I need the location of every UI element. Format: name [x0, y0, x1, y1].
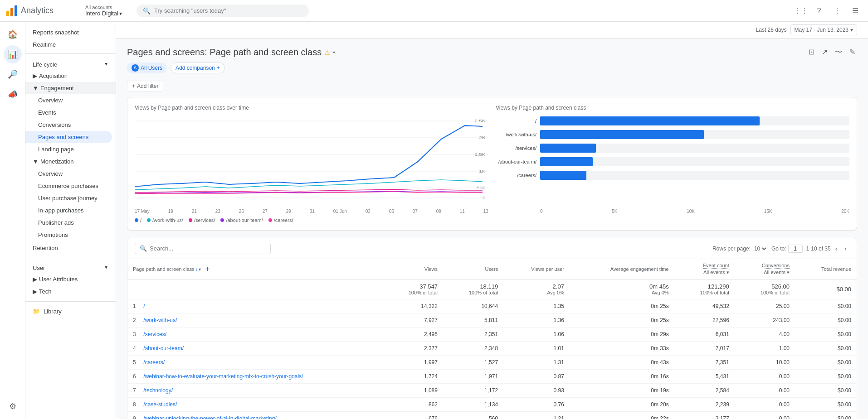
insights-icon[interactable]: 〜 [833, 46, 844, 59]
more-icon[interactable]: ⋮ [830, 4, 844, 18]
cell-path[interactable]: 6 /webinar-how-to-evaluate-your-marketin… [127, 370, 383, 384]
nav-home-icon[interactable]: 🏠 [4, 25, 22, 43]
add-filter-button[interactable]: + Add filter [127, 81, 163, 92]
cell-conversions: 0.00 [735, 370, 795, 384]
col-users-header[interactable]: Users [443, 259, 503, 279]
nav-explore-icon[interactable]: 🔎 [4, 65, 22, 83]
cell-path[interactable]: 8 /case-studies/ [127, 398, 383, 412]
date-range-picker[interactable]: May 17 - Jun 13, 2023 ▾ [790, 24, 857, 35]
col-page-path-header[interactable]: Page path and screen class ↓ ▾ + [127, 259, 383, 279]
all-users-segment[interactable]: A All Users [127, 63, 167, 73]
table-row: 6 /webinar-how-to-evaluate-your-marketin… [127, 370, 857, 384]
table-search-input[interactable] [150, 245, 266, 252]
search-box[interactable]: 🔍 [137, 5, 309, 17]
sidebar-user-section[interactable]: User ▲ [25, 261, 116, 273]
cell-path[interactable]: 3 /services/ [127, 327, 383, 342]
nav-advertising-icon[interactable]: 📣 [4, 85, 22, 103]
col-avg-engagement-header[interactable]: Average engagement time [570, 259, 674, 279]
sidebar-landing-page[interactable]: Landing page [25, 143, 112, 155]
account-selector[interactable]: All accounts Intero Digital ▾ [82, 5, 126, 17]
cell-views: 676 [383, 412, 443, 419]
sidebar-publisher-ads[interactable]: Publisher ads [25, 217, 112, 229]
sidebar-pages-and-screens[interactable]: Pages and screens [25, 131, 112, 143]
cell-event-count: 5,431 [674, 370, 735, 384]
nav-reports-icon[interactable]: 📊 [4, 45, 22, 63]
segment-label: All Users [141, 65, 162, 71]
event-count-filter[interactable]: All events ▾ [703, 270, 729, 275]
cell-path[interactable]: 4 /about-our-team/ [127, 342, 383, 356]
add-comparison-button[interactable]: Add comparison + [171, 63, 225, 73]
export-icon[interactable]: ↗ [820, 46, 829, 59]
sidebar-monetization[interactable]: ▼ Monetization [25, 155, 116, 168]
cell-conversions: 1.00 [735, 342, 795, 356]
help-icon[interactable]: ? [812, 4, 826, 18]
sidebar-retention[interactable]: Retention [25, 241, 116, 253]
search-input[interactable] [154, 7, 302, 14]
edit-icon[interactable]: ✎ [848, 46, 857, 59]
nav-icons: 🏠 📊 🔎 📣 ⚙ [0, 22, 25, 419]
sidebar-engagement-overview[interactable]: Overview [25, 94, 112, 106]
sidebar-lifecycle-section[interactable]: Life cycle ▲ [25, 58, 116, 70]
col-event-count-header[interactable]: Event count All events ▾ [674, 259, 735, 279]
library-icon: 📁 [33, 308, 40, 315]
cell-views-per-user: 0.76 [503, 398, 570, 412]
engagement-arrow: ▼ [33, 85, 39, 92]
prev-page-button[interactable]: ‹ [833, 244, 840, 253]
cell-path[interactable]: 5 /careers/ [127, 356, 383, 370]
table-toolbar: 🔍 Rows per page: 10 25 50 [127, 238, 857, 259]
next-page-button[interactable]: › [842, 244, 849, 253]
sidebar-user-purchase-journey[interactable]: User purchase journey [25, 192, 112, 204]
cell-path[interactable]: 1 / [127, 299, 383, 313]
cell-conversions: 0.00 [735, 384, 795, 398]
goto-input[interactable] [788, 245, 803, 253]
add-column-button[interactable]: + [202, 265, 213, 273]
search-icon: 🔍 [143, 7, 151, 14]
legend-services: /services/ [189, 217, 215, 223]
col-dropdown-icon[interactable]: ▾ [199, 267, 201, 272]
conversions-filter[interactable]: All events ▾ [764, 270, 790, 275]
cell-path[interactable]: 9 /webinar-unlocking-the-power-of-ai-in-… [127, 412, 383, 419]
sidebar-engagement[interactable]: ▼ Engagement [25, 82, 116, 94]
sidebar-conversions[interactable]: Conversions [25, 119, 112, 131]
table-row: 2 /work-with-us/ 7,927 5,811 1.36 0m 25s… [127, 313, 857, 327]
cell-users: 10,644 [443, 299, 503, 313]
svg-rect-2 [15, 5, 17, 16]
monetization-arrow: ▼ [33, 158, 39, 165]
apps-icon[interactable]: ⋮⋮ [794, 4, 808, 18]
sidebar-events[interactable]: Events [25, 106, 112, 119]
bar-row-1: / [496, 116, 849, 125]
col-conversions-header[interactable]: Conversions All events ▾ [735, 259, 795, 279]
sort-icon: ↓ [195, 267, 198, 272]
svg-rect-0 [6, 11, 9, 16]
sidebar-monetization-overview[interactable]: Overview [25, 168, 112, 180]
totals-row: 37,547 100% of total 18,119 100% of tota… [127, 279, 857, 299]
cell-views: 862 [383, 398, 443, 412]
nav-settings-icon[interactable]: ⚙ [4, 397, 22, 415]
cell-path[interactable]: 2 /work-with-us/ [127, 313, 383, 327]
sidebar-acquisition[interactable]: ▶ Acquisition [25, 70, 116, 82]
cell-path[interactable]: 7 /technology/ [127, 384, 383, 398]
page-header: Pages and screens: Page path and screen … [127, 46, 857, 59]
share-icon[interactable]: ⊡ [807, 46, 816, 59]
sidebar-promotions[interactable]: Promotions [25, 229, 112, 241]
svg-text:1.5K: 1.5K [474, 152, 485, 156]
sidebar-user-attributes[interactable]: ▶ User Attributes [25, 273, 116, 285]
col-views-per-user-header[interactable]: Views per user [503, 259, 570, 279]
sidebar-tech[interactable]: ▶ Tech [25, 285, 116, 298]
col-total-revenue-header[interactable]: Total revenue [795, 259, 857, 279]
bar-row-3: /services/ [496, 144, 849, 153]
menu-icon[interactable]: ☰ [848, 4, 863, 18]
sidebar-ecommerce[interactable]: Ecommerce purchases [25, 180, 112, 192]
sidebar-in-app-purchases[interactable]: In-app purchases [25, 204, 112, 217]
sidebar-reports-snapshot[interactable]: Reports snapshot [25, 25, 116, 38]
rows-per-page-select[interactable]: 10 25 50 [752, 245, 768, 252]
table-search-box[interactable]: 🔍 [135, 243, 271, 254]
sidebar-library[interactable]: 📁 Library [25, 305, 116, 318]
sidebar-realtime[interactable]: Realtime [25, 38, 116, 50]
page-title: Pages and screens: Page path and screen … [127, 47, 335, 58]
col-views-header[interactable]: Views [383, 259, 443, 279]
filter-row-2: + Add filter [127, 81, 857, 92]
totals-views-per-user: 2.07 Avg 0% [503, 279, 570, 299]
title-dropdown-icon[interactable]: ▾ [333, 50, 335, 55]
totals-conversions: 526.00 100% of total [735, 279, 795, 299]
